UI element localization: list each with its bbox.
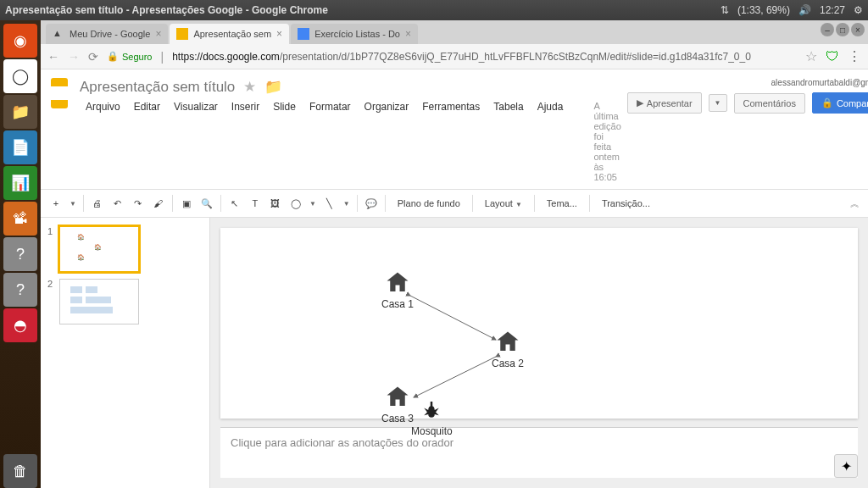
close-tab-icon[interactable]: × (405, 28, 411, 40)
house-icon (383, 385, 412, 410)
star-icon[interactable]: ☆ (805, 48, 817, 64)
menubar: Arquivo Editar Visualizar Inserir Slide … (80, 99, 627, 184)
tab-drive[interactable]: ▲ Meu Drive - Google × (46, 24, 168, 44)
os-top-bar: Apresentação sem título - Apresentações … (0, 0, 868, 20)
slide-thumb-1[interactable]: 🏠 🏠 🏠 (59, 226, 139, 272)
explore-icon: ✦ (841, 458, 852, 474)
lock-icon: 🔒 (821, 97, 833, 108)
star-doc-icon[interactable]: ★ (243, 78, 256, 96)
casa-2[interactable]: Casa 2 (492, 330, 524, 369)
svg-line-0 (410, 296, 496, 340)
slides-logo-icon[interactable] (51, 78, 68, 108)
extension-icon[interactable]: 🛡 (826, 49, 839, 64)
toolbar: +▼ 🖨 ↶ ↷ 🖌 ▣ 🔍 ↖ T 🖼 ◯▼ ╲▼ 💬 Plano de fu… (41, 189, 868, 218)
menu-ferramentas[interactable]: Ferramentas (416, 99, 486, 184)
close-tab-icon[interactable]: × (155, 28, 161, 40)
share-button[interactable]: 🔒 Compartilhar (812, 92, 868, 114)
window-title: Apresentação sem título - Apresentações … (5, 4, 721, 16)
settings-icon[interactable]: ⚙ (854, 4, 863, 16)
files-icon[interactable]: 📁 (3, 95, 37, 129)
print-icon[interactable]: 🖨 (91, 197, 104, 210)
line-icon[interactable]: ╲ (323, 197, 337, 210)
menu-organizar[interactable]: Organizar (359, 99, 415, 184)
last-edit-text: A última edição foi feita ontem às 16:05 (587, 99, 626, 184)
chrome-icon[interactable]: ◯ (3, 59, 37, 93)
menu-ajuda[interactable]: Ajuda (531, 99, 570, 184)
trash-icon[interactable]: 🗑 (3, 454, 37, 488)
volume-icon[interactable]: 🔊 (798, 4, 811, 16)
clock[interactable]: 12:27 (820, 4, 845, 16)
slide-number: 2 (47, 279, 59, 324)
transition-button[interactable]: Transição... (597, 195, 655, 212)
move-folder-icon[interactable]: 📁 (264, 78, 282, 96)
menu-slide[interactable]: Slide (267, 99, 302, 184)
maximize-button[interactable]: □ (836, 23, 849, 36)
image-icon[interactable]: 🖼 (269, 197, 282, 210)
back-button[interactable]: ← (47, 50, 59, 64)
menu-tabela[interactable]: Tabela (487, 99, 529, 184)
user-email[interactable]: alessandromurtabaldi@gmail.com (627, 78, 868, 87)
present-dropdown[interactable]: ▼ (709, 94, 727, 112)
slides-app: Apresentação sem título ★ 📁 Arquivo Edit… (41, 69, 868, 488)
present-button[interactable]: ▶ Apresentar (627, 92, 702, 114)
slide-filmstrip: 1 🏠 🏠 🏠 2 (41, 218, 210, 488)
menu-formatar[interactable]: Formatar (303, 99, 357, 184)
speaker-notes[interactable]: Clique para adicionar as anotações do or… (220, 427, 858, 478)
new-slide-button[interactable]: + (49, 197, 63, 210)
help-icon-2[interactable]: ? (3, 273, 37, 307)
system-tray: ⇅ (1:33, 69%) 🔊 12:27 ⚙ (721, 4, 863, 16)
impress-icon[interactable]: 📽 (3, 202, 37, 236)
docs-favicon-icon (298, 28, 309, 40)
house-icon (493, 330, 522, 355)
mosquito[interactable]: Mosquito (411, 397, 453, 437)
redo-icon[interactable]: ↷ (131, 197, 145, 210)
close-tab-icon[interactable]: × (276, 28, 282, 40)
url-field[interactable]: https://docs.google.com/presentation/d/1… (172, 51, 797, 63)
calc-icon[interactable]: 📊 (3, 166, 37, 200)
reload-button[interactable]: ⟳ (88, 50, 98, 64)
secure-indicator[interactable]: 🔒 Seguro (107, 51, 152, 62)
explore-button[interactable]: ✦ (834, 454, 858, 478)
tab-docs[interactable]: Exercício Listas - Do × (291, 24, 418, 44)
tab-slides[interactable]: Apresentação sem × (170, 24, 289, 44)
select-icon[interactable]: ↖ (228, 197, 242, 210)
zoom-icon[interactable]: 🔍 (200, 197, 214, 210)
slide-number: 1 (47, 226, 59, 272)
shape-icon[interactable]: ◯ (289, 197, 303, 210)
menu-editar[interactable]: Editar (128, 99, 166, 184)
minimize-button[interactable]: – (821, 23, 834, 36)
casa-1[interactable]: Casa 1 (381, 270, 414, 310)
collapse-icon[interactable]: ︽ (850, 197, 860, 210)
network-icon[interactable]: ⇅ (721, 4, 729, 16)
slide-canvas[interactable]: Casa 1 Casa 2 Casa 3 Mosquito (220, 228, 858, 419)
close-button[interactable]: × (851, 23, 865, 36)
layout-button[interactable]: Layout ▼ (480, 195, 527, 212)
menu-arquivo[interactable]: Arquivo (80, 99, 126, 184)
slide-thumb-2[interactable] (59, 279, 139, 324)
writer-icon[interactable]: 📄 (3, 130, 37, 164)
help-icon-1[interactable]: ? (3, 237, 37, 271)
zoom-fit-icon[interactable]: ▣ (180, 197, 193, 210)
comments-button[interactable]: Comentários (734, 93, 805, 114)
battery-status[interactable]: (1:33, 69%) (737, 4, 790, 16)
textbox-icon[interactable]: T (248, 197, 262, 210)
dash-icon[interactable]: ◉ (3, 24, 37, 58)
menu-visualizar[interactable]: Visualizar (168, 99, 224, 184)
unity-launcher: ◉ ◯ 📁 📄 📊 📽 ? ? ◓ 🗑 (0, 20, 41, 488)
browser-address-bar: ← → ⟳ 🔒 Seguro | https://docs.google.com… (41, 44, 868, 69)
casa-3[interactable]: Casa 3 (381, 385, 414, 424)
theme-button[interactable]: Tema... (542, 195, 582, 212)
play-icon: ▶ (637, 97, 643, 108)
app-icon[interactable]: ◓ (3, 308, 37, 342)
menu-icon[interactable]: ⋮ (848, 48, 861, 64)
menu-inserir[interactable]: Inserir (225, 99, 265, 184)
document-title[interactable]: Apresentação sem título (80, 79, 235, 96)
comment-icon[interactable]: 💬 (364, 197, 378, 210)
background-button[interactable]: Plano de fundo (392, 195, 465, 212)
window-controls: – □ × (821, 23, 865, 36)
browser-tabstrip: ▲ Meu Drive - Google × Apresentação sem … (41, 20, 868, 44)
undo-icon[interactable]: ↶ (111, 197, 125, 210)
forward-button: → (68, 50, 80, 64)
svg-line-1 (414, 357, 496, 397)
paint-format-icon[interactable]: 🖌 (152, 197, 165, 210)
